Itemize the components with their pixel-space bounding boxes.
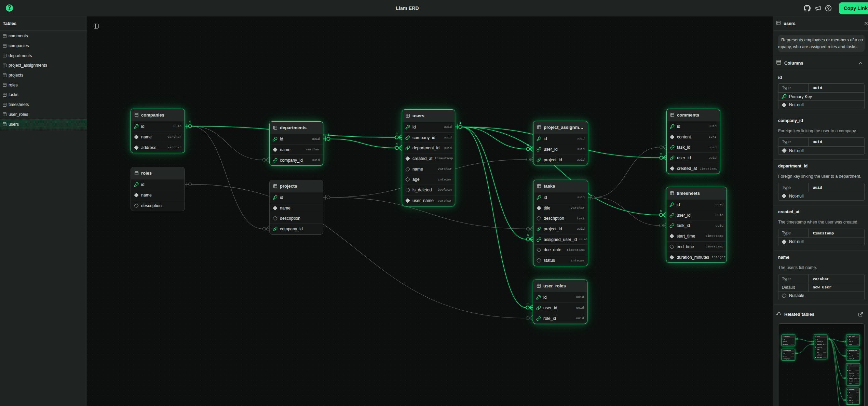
announcements-button[interactable]	[813, 3, 823, 13]
erd-table-name: user_roles	[543, 283, 566, 288]
help-button[interactable]	[824, 3, 833, 13]
column-type: uuid	[577, 195, 585, 199]
sidebar-toggle-button[interactable]	[92, 22, 100, 30]
erd-table-companies[interactable]: companiesiduuidnamevarcharaddressvarchar	[131, 109, 185, 153]
link-icon	[847, 358, 849, 360]
erd-table-users[interactable]: usersiduuidcompany_iduuiddepartment_iduu…	[814, 335, 827, 359]
diamond-icon	[273, 206, 277, 211]
diamond-icon	[782, 239, 787, 244]
column-name: project_id	[544, 227, 562, 231]
erd-column-project_assignments-user_id: user_iduuid	[533, 144, 588, 155]
table-description[interactable]: Represents employees or members of a com…	[778, 35, 865, 52]
liam-logo[interactable]	[5, 4, 13, 12]
close-panel-button[interactable]	[862, 19, 868, 28]
erd-column-user_roles-role_id: role_iduuid	[846, 343, 860, 346]
column-detail-name: nameThe user's full name.TypevarcharDefa…	[773, 251, 868, 305]
sidebar-item-projects[interactable]: projects	[0, 70, 87, 80]
column-name: role_id	[849, 344, 852, 345]
column-attributes-table: TypeuuidPrimary KeyNot-null	[778, 83, 865, 109]
erd-column-companies-address: addressvarchar	[782, 343, 795, 346]
sidebar-item-label: projects	[9, 73, 23, 78]
table-icon	[2, 112, 7, 117]
erd-table-name: tasks	[849, 365, 852, 366]
erd-table-users[interactable]: usersiduuidcompany_iduuiddepartment_iduu…	[402, 109, 455, 206]
diamond-icon	[134, 135, 139, 139]
erd-table-tasks[interactable]: tasksiduuidtitlevarchardescriptiontextpr…	[533, 180, 588, 266]
erd-table-comments[interactable]: commentsiduuidcontenttexttask_iduuiduser…	[846, 388, 859, 405]
column-type: uuid	[857, 344, 859, 345]
related-tables-preview[interactable]: companiesiduuidnamevarcharaddressvarchar…	[778, 323, 865, 406]
diamond-icon	[405, 156, 410, 161]
erd-column-users-name: namevarchar	[402, 164, 455, 175]
key-icon	[847, 392, 849, 393]
column-name: id	[141, 124, 145, 129]
erd-table-user_roles[interactable]: user_rolesiduuiduser_iduuidrole_iduuid	[846, 335, 860, 346]
sidebar-title: Tables	[0, 16, 87, 31]
column-type: uuid	[577, 158, 585, 162]
column-name: created_at	[677, 166, 697, 171]
sidebar-item-users[interactable]: users	[0, 119, 87, 129]
erd-table-name: users	[817, 336, 820, 337]
chevron-up-icon[interactable]	[857, 59, 864, 67]
erd-table-departments[interactable]: departmentsiduuidnamevarcharcompany_iduu…	[782, 349, 795, 361]
column-name: address	[784, 344, 788, 345]
erd-table-departments[interactable]: departmentsiduuidnamevarcharcompany_iduu…	[269, 121, 323, 166]
sidebar-item-project_assignments[interactable]: project_assignments	[0, 60, 87, 70]
column-type: timestamp	[855, 403, 859, 404]
sidebar-item-tasks[interactable]: tasks	[0, 90, 87, 100]
erd-table-timesheets[interactable]: timesheetsiduuiduser_iduuidtask_iduuidst…	[666, 187, 727, 263]
sidebar-item-roles[interactable]: roles	[0, 80, 87, 90]
erd-table-tasks[interactable]: tasksiduuidtitlevarchardescriptiontextpr…	[846, 363, 860, 385]
erd-table-comments[interactable]: commentsiduuidcontenttexttask_iduuiduser…	[666, 109, 720, 174]
erd-column-roles-description: description	[131, 200, 185, 211]
erd-table-header: tasks	[846, 364, 860, 367]
column-name: id	[544, 136, 547, 141]
column-name: department_id	[412, 146, 439, 150]
column-detail-name: company_id	[778, 118, 865, 123]
erd-column-comments-id: iduuid	[667, 121, 720, 132]
erd-table-companies[interactable]: companiesiduuidnamevarcharaddressvarchar	[782, 335, 795, 346]
github-button[interactable]	[802, 3, 812, 13]
erd-table-name: roles	[141, 171, 152, 176]
erd-column-departments-name: namevarchar	[270, 145, 323, 155]
column-type: varchar	[790, 341, 794, 342]
erd-canvas[interactable]: 111nnnnnnn companiesiduuidnamevarcharadd…	[87, 16, 773, 406]
column-type: varchar	[855, 370, 859, 371]
column-name: status	[544, 258, 555, 263]
sidebar-item-label: roles	[9, 83, 18, 87]
sidebar-item-user_roles[interactable]: user_roles	[0, 110, 87, 120]
column-name: start_time	[677, 234, 695, 239]
sidebar-item-timesheets[interactable]: timesheets	[0, 100, 87, 110]
erd-table-project_assignments[interactable]: project_assignmentsiduuiduser_iduuidproj…	[846, 349, 860, 361]
sidebar-item-comments[interactable]: comments	[0, 31, 87, 41]
erd-column-departments-company_id: company_iduuid	[270, 155, 323, 165]
column-type: uuid	[824, 341, 826, 342]
open-related-tables-button[interactable]	[857, 310, 864, 318]
constraint-badge-not-null: Not-null	[778, 192, 864, 200]
column-name: name	[784, 341, 787, 343]
column-name: task_id	[849, 397, 852, 398]
erd-table-header: roles	[131, 167, 185, 179]
copy-link-button[interactable]: Copy Link	[839, 2, 868, 14]
erd-table-user_roles[interactable]: user_rolesiduuiduser_iduuidrole_iduuid	[533, 280, 587, 324]
erd-table-projects[interactable]: projectsidnamedescriptioncompany_id	[269, 180, 323, 235]
column-name: task_id	[677, 145, 690, 150]
column-type: integer	[571, 259, 585, 262]
megaphone-icon	[814, 5, 821, 12]
column-name: due_date	[849, 380, 853, 382]
diamond-outline-icon	[847, 383, 849, 384]
sidebar-item-departments[interactable]: departments	[0, 51, 87, 60]
columns-section-header[interactable]: Columns	[773, 55, 868, 71]
sidebar-item-companies[interactable]: companies	[0, 41, 87, 51]
link-icon	[847, 400, 849, 401]
column-type: uuid	[857, 356, 859, 357]
erd-table-header: comments	[846, 388, 859, 391]
link-icon	[669, 223, 674, 228]
column-type: varchar	[438, 199, 452, 203]
erd-table-project_assignments[interactable]: project_assignmentsiduuiduser_iduuidproj…	[533, 121, 588, 165]
erd-table-roles[interactable]: rolesidnamedescription	[131, 167, 185, 211]
link-icon	[847, 356, 849, 357]
liam-logo-icon	[5, 4, 13, 12]
key-icon	[815, 339, 816, 340]
column-name: project_id	[849, 375, 853, 377]
